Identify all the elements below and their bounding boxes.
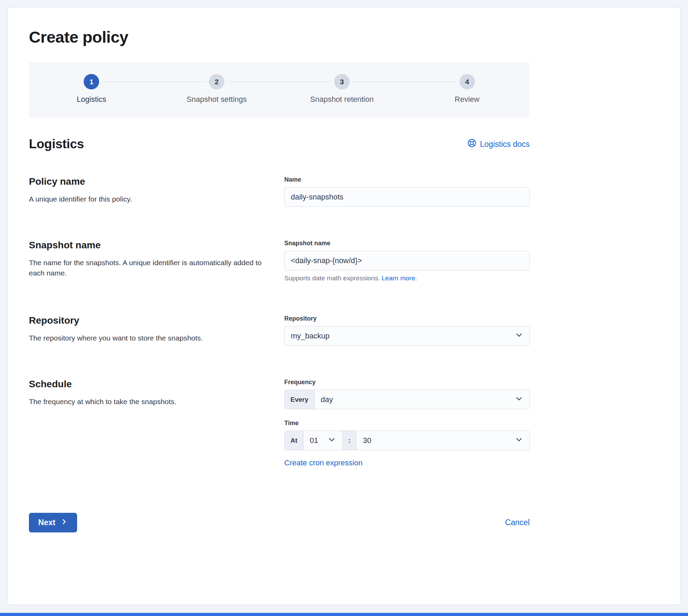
snapshot-name-field-label: Snapshot name bbox=[284, 240, 530, 247]
form-row-repository: Repository The repository where you want… bbox=[29, 315, 530, 346]
chevron-down-icon bbox=[515, 435, 523, 446]
snapshot-name-description: The name for the snapshots. A unique ide… bbox=[29, 258, 263, 279]
policy-name-heading: Policy name bbox=[29, 176, 263, 187]
hour-select-value: 01 bbox=[310, 436, 318, 445]
step-2-circle: 2 bbox=[209, 74, 224, 89]
step-indicator: 1 Logistics 2 Snapshot settings 3 Snapsh… bbox=[29, 62, 530, 118]
repository-select[interactable]: my_backup bbox=[284, 326, 530, 346]
step-1-circle: 1 bbox=[84, 74, 99, 89]
form-row-schedule: Schedule The frequency at which to take … bbox=[29, 379, 530, 467]
schedule-description: The frequency at which to take the snaps… bbox=[29, 397, 263, 407]
time-separator: : bbox=[342, 431, 357, 450]
snapshot-name-help-text: Supports date math expressions. bbox=[284, 274, 380, 282]
logistics-docs-label: Logistics docs bbox=[480, 140, 530, 149]
repository-description: The repository where you want to store t… bbox=[29, 333, 263, 343]
section-title: Logistics bbox=[29, 137, 84, 151]
chevron-right-icon bbox=[60, 518, 68, 528]
policy-name-description: A unique identifier for this policy. bbox=[29, 194, 263, 204]
form-row-policy-name: Policy name A unique identifier for this… bbox=[29, 176, 530, 207]
step-review: 4 Review bbox=[404, 74, 530, 104]
chevron-down-icon bbox=[515, 331, 523, 341]
step-1-label: Logistics bbox=[29, 95, 154, 104]
repository-heading: Repository bbox=[29, 315, 263, 326]
time-group: At 01 : 30 bbox=[284, 431, 530, 450]
snapshot-name-help: Supports date math expressions. Learn mo… bbox=[284, 274, 530, 282]
next-button-label: Next bbox=[38, 518, 55, 527]
page-title: Create policy bbox=[29, 28, 530, 46]
create-policy-card: Create policy 1 Logistics 2 Snapshot set… bbox=[7, 7, 681, 605]
step-snapshot-retention: 3 Snapshot retention bbox=[279, 74, 405, 104]
snapshot-name-input[interactable] bbox=[284, 251, 530, 270]
step-3-label: Snapshot retention bbox=[279, 95, 405, 104]
create-cron-expression-link[interactable]: Create cron expression bbox=[284, 458, 362, 467]
step-4-label: Review bbox=[404, 95, 530, 104]
snapshot-name-heading: Snapshot name bbox=[29, 240, 263, 251]
learn-more-link[interactable]: Learn more. bbox=[382, 274, 417, 282]
hour-select[interactable]: 01 bbox=[304, 431, 342, 450]
minute-select[interactable]: 30 bbox=[357, 431, 529, 450]
frequency-select[interactable]: day bbox=[315, 390, 529, 409]
minute-select-value: 30 bbox=[363, 436, 371, 445]
bottom-accent-bar bbox=[0, 613, 688, 616]
schedule-heading: Schedule bbox=[29, 379, 263, 390]
chevron-down-icon bbox=[515, 395, 523, 405]
next-button[interactable]: Next bbox=[29, 513, 77, 532]
cancel-link[interactable]: Cancel bbox=[505, 518, 530, 527]
name-field-label: Name bbox=[284, 176, 530, 183]
logistics-docs-link[interactable]: Logistics docs bbox=[467, 139, 530, 150]
time-field-label: Time bbox=[284, 420, 530, 427]
form-row-snapshot-name: Snapshot name The name for the snapshots… bbox=[29, 240, 530, 282]
time-prepend-label: At bbox=[285, 431, 304, 450]
section-head: Logistics Logistics docs bbox=[29, 137, 530, 151]
frequency-select-value: day bbox=[321, 395, 333, 404]
step-snapshot-settings: 2 Snapshot settings bbox=[154, 74, 279, 104]
frequency-field-label: Frequency bbox=[284, 379, 530, 386]
step-3-circle: 3 bbox=[334, 74, 350, 89]
frequency-group: Every day bbox=[284, 390, 530, 409]
frequency-prepend-label: Every bbox=[285, 390, 315, 409]
wizard-footer: Next Cancel bbox=[29, 513, 530, 532]
step-2-label: Snapshot settings bbox=[154, 95, 279, 104]
step-4-circle: 4 bbox=[459, 74, 475, 89]
repository-select-value: my_backup bbox=[291, 332, 330, 341]
policy-name-input[interactable] bbox=[284, 187, 530, 207]
chevron-down-icon bbox=[328, 435, 336, 446]
help-icon bbox=[467, 139, 476, 150]
repository-field-label: Repository bbox=[284, 315, 530, 322]
step-logistics[interactable]: 1 Logistics bbox=[29, 74, 154, 104]
